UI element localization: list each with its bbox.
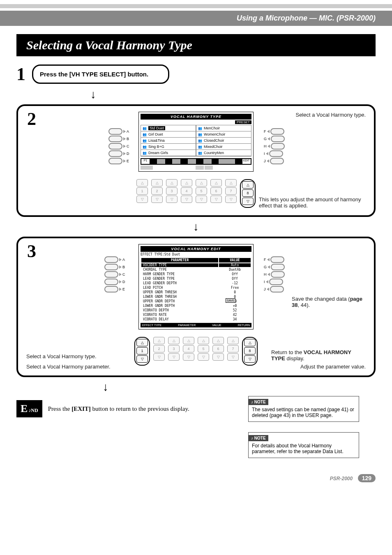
callout-select-vh: Select a Vocal Harmony type. xyxy=(26,353,97,359)
panel-button-i[interactable]: I xyxy=(263,279,288,285)
screen-icon xyxy=(205,166,213,170)
left-side-buttons: A B C D E xyxy=(108,127,133,165)
panel-button-b[interactable]: B xyxy=(108,136,133,142)
panel-button-e[interactable]: E xyxy=(108,158,133,164)
panel-button-c[interactable]: C xyxy=(104,271,129,278)
page-title: Selecting a Vocal Harmony Type xyxy=(16,34,376,56)
callout-return: Return to the VOCAL HARMONY TYPE display… xyxy=(271,349,366,362)
num-button-8[interactable]: △8▽ xyxy=(244,339,256,363)
vh-option-lisa-tina: Lisa&Tina xyxy=(148,138,165,143)
num-button-4[interactable]: △4▽ xyxy=(181,179,192,208)
page-number: 129 xyxy=(358,474,376,482)
note-text-1: The saved settings can be named (page 41… xyxy=(252,407,355,418)
people-icon: 👥 xyxy=(143,145,147,149)
callout-effect-amount: This lets you adjust the amount of harmo… xyxy=(259,196,366,209)
left-side-buttons: A B C D E xyxy=(104,256,129,293)
note-label: NOTE xyxy=(249,435,268,441)
num-button-5[interactable]: △5▽ xyxy=(196,179,207,208)
vh-option-menchoir: MenChoir xyxy=(204,126,220,130)
edit-icon: EDIT xyxy=(242,159,251,164)
num-button-8[interactable]: △8▽ xyxy=(242,181,254,205)
parameter-table: PARAMETERVALUE VOCODER TYPEAutoCHORDAL T… xyxy=(141,257,251,322)
num-button-6[interactable]: △6▽ xyxy=(210,179,222,208)
vh-option-countrymen: CountryMen xyxy=(204,151,224,155)
panel-button-i[interactable]: I xyxy=(263,150,288,157)
note-text-2: For details about the Vocal Harmony para… xyxy=(252,443,355,454)
people-icon: 👥 xyxy=(198,133,202,136)
vh-option-womenchoir: WomenChoir xyxy=(204,132,225,136)
panel-button-c[interactable]: C xyxy=(108,143,133,150)
num-button-7[interactable]: △7▽ xyxy=(225,179,237,208)
panel-button-d[interactable]: D xyxy=(104,279,129,285)
note-box-1: NOTE The saved settings can be named (pa… xyxy=(248,396,359,422)
arrow-down-icon: ↓ xyxy=(90,88,376,101)
num-button-7[interactable]: △7▽ xyxy=(227,337,239,366)
panel-button-b[interactable]: B xyxy=(104,264,129,270)
people-icon: 👥 xyxy=(143,127,147,130)
panel-button-h[interactable]: H xyxy=(263,271,288,278)
num-button-1[interactable]: △1▽ xyxy=(136,339,148,363)
note-label: NOTE xyxy=(249,399,268,405)
panel-button-d[interactable]: D xyxy=(108,150,133,157)
screen-icon xyxy=(196,166,204,170)
panel-button-f[interactable]: F xyxy=(263,256,288,263)
people-icon: 👥 xyxy=(198,151,202,155)
screen-icon xyxy=(172,159,180,164)
vh-option-std-duet: Std Duet xyxy=(148,126,165,130)
screen-title: VOCAL HARMONY EDIT xyxy=(141,246,251,252)
header-breadcrumb: Using a Microphone — MIC. (PSR-2000) xyxy=(0,11,392,26)
step-number-3: 3 xyxy=(27,241,36,262)
step3-panel: 3 A B C D E F G H I J VOCAL HARMONY EDIT… xyxy=(16,237,376,377)
people-icon: 👥 xyxy=(198,139,202,143)
arrow-down-icon: ↓ xyxy=(16,220,376,233)
arrow-down-icon: ↓ xyxy=(103,380,376,394)
panel-button-f[interactable]: F xyxy=(263,128,288,135)
num-button-4[interactable]: △4▽ xyxy=(183,337,194,366)
vh-option-dream-girls: Dream Girls xyxy=(148,151,168,155)
right-side-buttons: F G H I J xyxy=(263,127,288,165)
callout-select-vh: Select a Vocal Harmony type. xyxy=(295,112,366,118)
people-icon: 👥 xyxy=(143,139,147,143)
people-icon: 👥 xyxy=(198,145,202,149)
screen-title: VOCAL HARMONY TYPE xyxy=(141,114,251,120)
panel-button-a[interactable]: A xyxy=(108,128,133,135)
panel-button-a[interactable]: A xyxy=(104,256,129,263)
end-instruction: Press the [EXIT] button to return to the… xyxy=(48,405,189,412)
panel-button-j[interactable]: J xyxy=(263,286,288,292)
num-button-1[interactable]: △1▽ xyxy=(136,179,148,208)
vh-option-mixedchoir: MixedChoir xyxy=(204,145,223,149)
panel-button-g[interactable]: G xyxy=(263,136,288,142)
people-icon: 👥 xyxy=(143,133,147,136)
screen-icon xyxy=(188,159,196,164)
num-button-3[interactable]: △3▽ xyxy=(168,337,180,366)
panel-button-g[interactable]: G xyxy=(263,264,288,270)
num-button-2[interactable]: △2▽ xyxy=(153,337,165,366)
screen-icon xyxy=(157,159,165,164)
return-tab: RETURN xyxy=(238,324,250,327)
preset-tab: PRESET xyxy=(235,120,251,124)
effect-type-tab: EFFECT TYPE xyxy=(142,324,161,327)
num-button-5[interactable]: △5▽ xyxy=(198,337,209,366)
people-icon: 👥 xyxy=(198,127,202,130)
footer-model: PSR-2000 xyxy=(330,476,353,481)
num-button-2[interactable]: △2▽ xyxy=(151,179,163,208)
effect-type-label: EFFECT TYPE:Std Duet xyxy=(141,253,251,256)
p1-label: P1 xyxy=(141,159,150,164)
parameter-tab: PARAMETER xyxy=(178,324,196,327)
vh-type-screen: VOCAL HARMONY TYPE PRESET 👥Std Duet 👥Gir… xyxy=(138,112,254,172)
vh-option-sing-bg: Sing B+G xyxy=(148,145,164,149)
num-button-6[interactable]: △6▽ xyxy=(212,337,224,366)
panel-button-e[interactable]: E xyxy=(104,286,129,292)
step-number-2: 2 xyxy=(27,108,36,129)
callout-save: Save the changed data (page 38, 44). xyxy=(292,296,366,308)
end-badge: E♪ND xyxy=(16,400,42,417)
num-button-3[interactable]: △3▽ xyxy=(166,179,178,208)
vh-edit-screen: VOCAL HARMONY EDIT EFFECT TYPE:Std Duet … xyxy=(138,244,254,329)
screen-icon xyxy=(203,159,212,164)
value-tab: VALUE xyxy=(212,324,221,327)
vh-option-closedchoir: ClosedChoir xyxy=(204,138,224,143)
callout-adjust: Adjust the parameter value. xyxy=(300,364,366,370)
panel-button-h[interactable]: H xyxy=(263,143,288,150)
panel-button-j[interactable]: J xyxy=(263,158,288,164)
callout-select-param: Select a Vocal Harmony parameter. xyxy=(26,364,111,370)
